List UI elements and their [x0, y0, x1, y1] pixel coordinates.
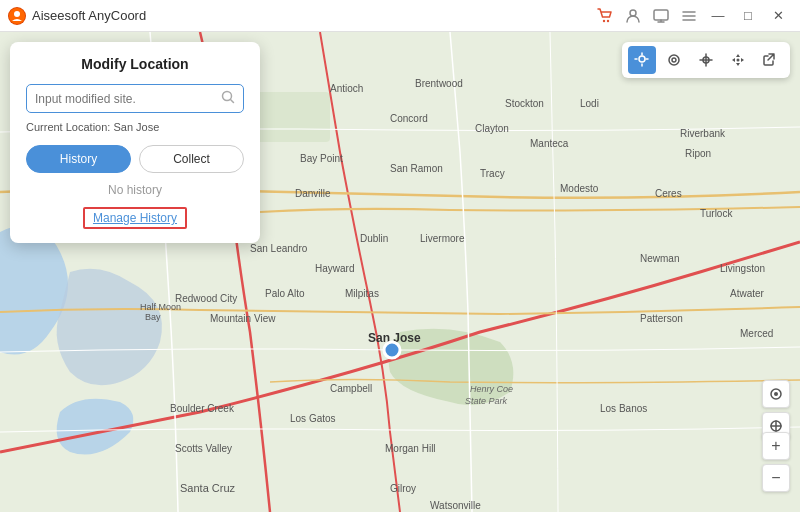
app-title: Aiseesoft AnyCoord: [32, 8, 590, 23]
main-container: Lodi Antioch Brentwood Concord Clayton S…: [0, 32, 800, 512]
svg-text:Stockton: Stockton: [505, 98, 544, 109]
svg-text:Riverbank: Riverbank: [680, 128, 726, 139]
svg-point-53: [384, 342, 400, 358]
current-location-label: Current Location: San Jose: [26, 121, 244, 133]
svg-text:Concord: Concord: [390, 113, 428, 124]
search-icon: [221, 90, 235, 107]
svg-text:Danville: Danville: [295, 188, 331, 199]
svg-point-2: [603, 19, 605, 21]
window-controls: — □ ✕: [704, 4, 792, 28]
svg-text:Morgan Hill: Morgan Hill: [385, 443, 436, 454]
svg-point-58: [737, 59, 740, 62]
svg-text:Livingston: Livingston: [720, 263, 765, 274]
svg-text:Ceres: Ceres: [655, 188, 682, 199]
svg-text:Brentwood: Brentwood: [415, 78, 463, 89]
tab-history[interactable]: History: [26, 145, 131, 173]
svg-point-60: [774, 392, 778, 396]
svg-text:Mountain View: Mountain View: [210, 313, 276, 324]
svg-text:Henry Coe: Henry Coe: [470, 384, 513, 394]
map-target-button[interactable]: [762, 380, 790, 408]
map-tool-move[interactable]: [724, 46, 752, 74]
svg-text:Patterson: Patterson: [640, 313, 683, 324]
svg-text:Manteca: Manteca: [530, 138, 569, 149]
map-tool-location[interactable]: [628, 46, 656, 74]
titlebar: Aiseesoft AnyCoord: [0, 0, 800, 32]
svg-text:Antioch: Antioch: [330, 83, 363, 94]
panel-title: Modify Location: [26, 56, 244, 72]
no-history-text: No history: [26, 183, 244, 197]
titlebar-action-icons: [594, 5, 700, 27]
svg-point-3: [607, 19, 609, 21]
svg-text:Milpitas: Milpitas: [345, 288, 379, 299]
svg-text:Lodi: Lodi: [580, 98, 599, 109]
svg-text:Palo Alto: Palo Alto: [265, 288, 305, 299]
svg-text:Merced: Merced: [740, 328, 773, 339]
svg-text:Livermore: Livermore: [420, 233, 465, 244]
svg-point-4: [630, 10, 636, 16]
tabs-row: History Collect: [26, 145, 244, 173]
map-tool-crosshair[interactable]: [692, 46, 720, 74]
map-zoom-controls: + −: [762, 432, 790, 492]
manage-history-button[interactable]: Manage History: [83, 207, 187, 229]
map-toolbar: [622, 42, 790, 78]
svg-text:Redwood City: Redwood City: [175, 293, 237, 304]
svg-text:Tracy: Tracy: [480, 168, 505, 179]
svg-text:Gilroy: Gilroy: [390, 483, 416, 494]
svg-point-55: [669, 55, 679, 65]
manage-history-wrapper: Manage History: [26, 207, 244, 229]
svg-text:Scotts Valley: Scotts Valley: [175, 443, 232, 454]
svg-text:Atwater: Atwater: [730, 288, 765, 299]
zoom-in-button[interactable]: +: [762, 432, 790, 460]
display-icon[interactable]: [650, 5, 672, 27]
svg-text:Watsonville: Watsonville: [430, 500, 481, 511]
close-button[interactable]: ✕: [764, 4, 792, 28]
tab-collect[interactable]: Collect: [139, 145, 244, 173]
modify-location-panel: Modify Location Current Location: San Jo…: [10, 42, 260, 243]
svg-text:Campbell: Campbell: [330, 383, 372, 394]
svg-point-56: [672, 58, 676, 62]
zoom-out-button[interactable]: −: [762, 464, 790, 492]
svg-text:Bay Point: Bay Point: [300, 153, 343, 164]
svg-text:Turlock: Turlock: [700, 208, 733, 219]
svg-text:San Leandro: San Leandro: [250, 243, 308, 254]
svg-text:Clayton: Clayton: [475, 123, 509, 134]
svg-text:State Park: State Park: [465, 396, 508, 406]
svg-text:San Ramon: San Ramon: [390, 163, 443, 174]
svg-text:Newman: Newman: [640, 253, 679, 264]
search-box: [26, 84, 244, 113]
map-extra-buttons: [762, 380, 790, 440]
svg-text:Ripon: Ripon: [685, 148, 711, 159]
svg-text:Boulder Creek: Boulder Creek: [170, 403, 235, 414]
svg-rect-7: [250, 92, 330, 142]
svg-point-54: [639, 56, 645, 62]
menu-icon[interactable]: [678, 5, 700, 27]
svg-text:Santa Cruz: Santa Cruz: [180, 482, 236, 494]
svg-text:Los Banos: Los Banos: [600, 403, 647, 414]
maximize-button[interactable]: □: [734, 4, 762, 28]
app-logo: [8, 7, 26, 25]
svg-rect-5: [654, 10, 668, 20]
map-tool-export[interactable]: [756, 46, 784, 74]
user-icon[interactable]: [622, 5, 644, 27]
minimize-button[interactable]: —: [704, 4, 732, 28]
svg-text:Los Gatos: Los Gatos: [290, 413, 336, 424]
svg-text:Dublin: Dublin: [360, 233, 388, 244]
svg-text:Hayward: Hayward: [315, 263, 354, 274]
svg-point-1: [14, 11, 20, 17]
search-input[interactable]: [35, 92, 221, 106]
svg-text:Modesto: Modesto: [560, 183, 599, 194]
svg-text:Bay: Bay: [145, 312, 161, 322]
cart-icon[interactable]: [594, 5, 616, 27]
map-tool-pin[interactable]: [660, 46, 688, 74]
